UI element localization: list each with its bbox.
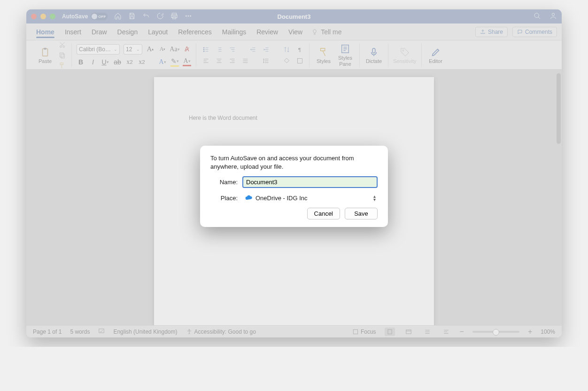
name-label: Name:: [210, 179, 238, 186]
save-button[interactable]: Save: [345, 208, 378, 219]
place-select[interactable]: OneDrive - IDG Inc ▴▾: [242, 193, 378, 203]
autosave-dialog: To turn AutoSave on and access your docu…: [200, 146, 388, 227]
place-label: Place:: [210, 195, 238, 202]
word-window: AutoSave OFF Document3 Home Insert Draw …: [26, 9, 562, 337]
filename-input[interactable]: [242, 176, 378, 188]
onedrive-icon: [245, 194, 253, 202]
cancel-button[interactable]: Cancel: [307, 208, 340, 219]
chevron-updown-icon: ▴▾: [373, 195, 376, 201]
dialog-message: To turn AutoSave on and access your docu…: [210, 154, 378, 171]
